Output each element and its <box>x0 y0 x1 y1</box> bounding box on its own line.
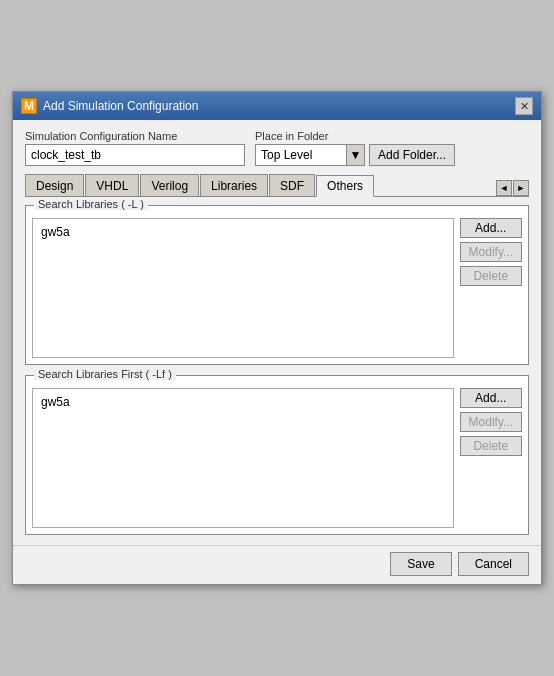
search-libraries-first-label: Search Libraries First ( -Lf ) <box>34 368 176 380</box>
tab-design[interactable]: Design <box>25 174 84 196</box>
search-libraries-first-add-button[interactable]: Add... <box>460 388 522 408</box>
folder-dropdown-btn[interactable]: ▼ <box>346 145 364 165</box>
dialog: M Add Simulation Configuration ✕ Simulat… <box>12 91 542 585</box>
save-button[interactable]: Save <box>390 552 451 576</box>
tabs-container: Design VHDL Verilog Libraries SDF Others… <box>25 174 529 197</box>
dialog-footer: Save Cancel <box>13 545 541 584</box>
place-in-folder-label: Place in Folder <box>255 130 455 142</box>
title-bar-left: M Add Simulation Configuration <box>21 98 198 114</box>
config-name-label: Simulation Configuration Name <box>25 130 245 142</box>
list-item: gw5a <box>38 224 448 240</box>
search-libraries-first-delete-button[interactable]: Delete <box>460 436 522 456</box>
folder-row: Top Level ▼ Add Folder... <box>255 144 455 166</box>
dialog-body: Simulation Configuration Name Place in F… <box>13 120 541 545</box>
tab-verilog[interactable]: Verilog <box>140 174 199 196</box>
search-libraries-content: gw5a Add... Modify... Delete <box>26 212 528 364</box>
cancel-button[interactable]: Cancel <box>458 552 529 576</box>
config-name-input[interactable] <box>25 144 245 166</box>
title-bar: M Add Simulation Configuration ✕ <box>13 92 541 120</box>
search-libraries-list[interactable]: gw5a <box>32 218 454 358</box>
search-libraries-first-list[interactable]: gw5a <box>32 388 454 528</box>
tab-others[interactable]: Others <box>316 175 374 197</box>
tab-sdf[interactable]: SDF <box>269 174 315 196</box>
tab-content: Search Libraries ( -L ) gw5a Add... Modi… <box>25 205 529 535</box>
search-libraries-modify-button[interactable]: Modify... <box>460 242 522 262</box>
scroll-right-btn[interactable]: ► <box>513 180 529 196</box>
search-libraries-delete-button[interactable]: Delete <box>460 266 522 286</box>
folder-select[interactable]: Top Level ▼ <box>255 144 365 166</box>
search-libraries-first-section: Search Libraries First ( -Lf ) gw5a Add.… <box>25 375 529 535</box>
tab-libraries[interactable]: Libraries <box>200 174 268 196</box>
scroll-buttons: ◄ ► <box>496 180 529 196</box>
top-row: Simulation Configuration Name Place in F… <box>25 130 529 166</box>
search-libraries-buttons: Add... Modify... Delete <box>454 212 528 364</box>
scroll-left-btn[interactable]: ◄ <box>496 180 512 196</box>
search-libraries-section: Search Libraries ( -L ) gw5a Add... Modi… <box>25 205 529 365</box>
tab-vhdl[interactable]: VHDL <box>85 174 139 196</box>
search-libraries-first-modify-button[interactable]: Modify... <box>460 412 522 432</box>
search-libraries-first-buttons: Add... Modify... Delete <box>454 382 528 534</box>
add-folder-button[interactable]: Add Folder... <box>369 144 455 166</box>
dialog-title: Add Simulation Configuration <box>43 99 198 113</box>
folder-select-text: Top Level <box>256 148 346 162</box>
search-libraries-add-button[interactable]: Add... <box>460 218 522 238</box>
place-in-folder-group: Place in Folder Top Level ▼ Add Folder..… <box>255 130 455 166</box>
list-item: gw5a <box>38 394 448 410</box>
app-icon: M <box>21 98 37 114</box>
search-libraries-first-content: gw5a Add... Modify... Delete <box>26 382 528 534</box>
search-libraries-label: Search Libraries ( -L ) <box>34 198 148 210</box>
config-name-group: Simulation Configuration Name <box>25 130 245 166</box>
close-button[interactable]: ✕ <box>515 97 533 115</box>
